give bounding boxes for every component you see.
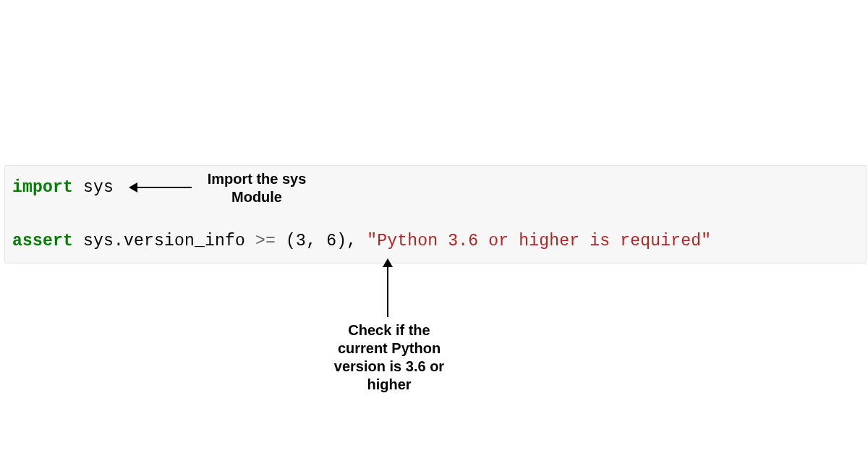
annotation-import: Import the sys Module [195, 170, 318, 206]
operator-gte: >= [255, 232, 276, 250]
space [276, 232, 286, 250]
rparen: ) [336, 232, 346, 250]
num-3: 3 [296, 232, 306, 250]
code-line-2: assert sys.version_info >= (3, 6), "Pyth… [12, 229, 859, 253]
module-sys: sys [73, 178, 114, 197]
annotation-import-line1: Import the sys [195, 170, 318, 188]
string-msg: "Python 3.6 or higher is required" [367, 232, 711, 250]
annotation-check-line2: current Python [324, 339, 454, 358]
comma-1: , [306, 232, 326, 250]
expr: sys.version_info [73, 232, 255, 250]
annotation-import-line2: Module [195, 188, 318, 206]
keyword-assert: assert [12, 232, 73, 250]
lparen: ( [286, 232, 296, 250]
num-6: 6 [326, 232, 336, 250]
comma-2: , [346, 232, 367, 250]
code-block: import sys assert sys.version_info >= (3… [4, 165, 867, 263]
annotation-check: Check if the current Python version is 3… [324, 321, 454, 394]
arrow-left-icon [129, 187, 192, 188]
annotation-check-line1: Check if the [324, 321, 454, 339]
keyword-import: import [12, 178, 73, 197]
annotation-check-line3: version is 3.6 or [324, 358, 454, 376]
annotation-check-line4: higher [324, 376, 454, 394]
arrow-up-icon [387, 259, 388, 317]
